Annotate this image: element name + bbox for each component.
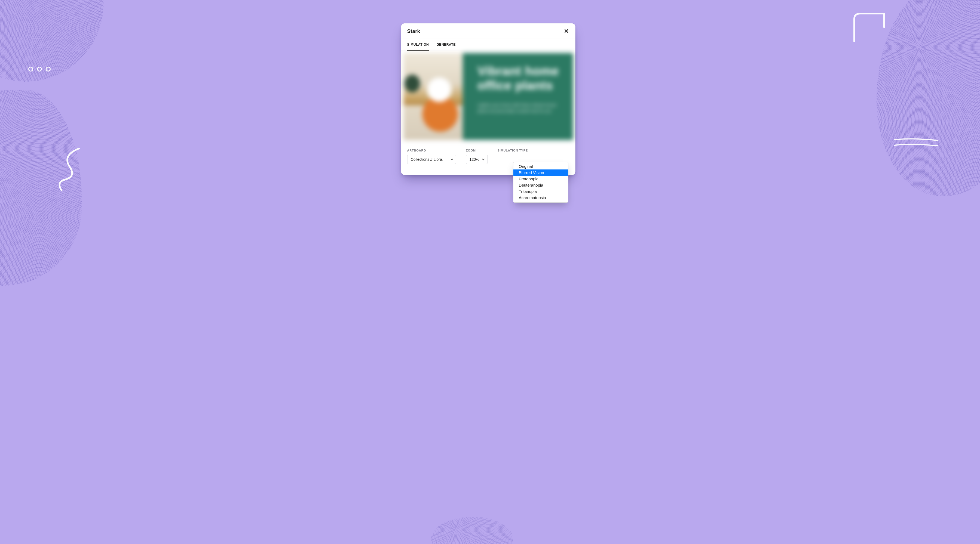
artboard-control: ARTBOARD Collections // Libra… xyxy=(407,149,456,164)
artboard-select[interactable]: Collections // Libra… xyxy=(407,155,456,164)
preview-headline: Vibrant home office plants xyxy=(477,64,562,93)
simulation-type-dropdown: Original Blurred Vision Protonopia Deute… xyxy=(513,162,568,203)
zoom-value: 120% xyxy=(469,157,479,162)
panel-title: Stark xyxy=(407,28,420,34)
scribble-lines-right xyxy=(893,136,939,150)
simulation-type-label: SIMULATION TYPE xyxy=(498,149,570,152)
dropdown-option-tritanopia[interactable]: Tritanopia xyxy=(514,188,568,195)
dropdown-option-deuteranopia[interactable]: Deuteranopia xyxy=(514,182,568,188)
dropdown-option-original[interactable]: Original xyxy=(514,163,568,170)
controls-row: ARTBOARD Collections // Libra… ZOOM 120%… xyxy=(401,142,576,175)
preview-area: Vibrant home office plants Lighten your … xyxy=(401,51,576,142)
zoom-select[interactable]: 120% xyxy=(466,155,488,164)
preview-subtext: Lighten your home with these vibrant hou… xyxy=(477,102,562,114)
zoom-control: ZOOM 120% xyxy=(466,149,488,164)
decorative-circles xyxy=(28,67,51,71)
artboard-label: ARTBOARD xyxy=(407,149,456,152)
chevron-down-icon xyxy=(482,157,485,162)
panel-header: Stark xyxy=(401,24,576,39)
tab-simulation[interactable]: SIMULATION xyxy=(407,39,429,51)
preview-content-right: Vibrant home office plants Lighten your … xyxy=(463,53,573,140)
dropdown-option-protonopia[interactable]: Protonopia xyxy=(514,176,568,182)
zoom-label: ZOOM xyxy=(466,149,488,152)
tabs: SIMULATION GENERATE xyxy=(401,39,576,51)
preview-canvas: Vibrant home office plants Lighten your … xyxy=(403,53,573,140)
bg-blob-right xyxy=(877,0,980,196)
bg-blob-top-left xyxy=(0,0,103,82)
scribble-top-right xyxy=(852,11,890,43)
bg-blob-bottom xyxy=(431,517,513,544)
close-button[interactable] xyxy=(563,28,570,35)
simulation-type-control: SIMULATION TYPE Original Blurred Vision … xyxy=(498,149,570,164)
scribble-squiggle-left xyxy=(54,147,84,193)
tab-generate[interactable]: GENERATE xyxy=(436,39,456,51)
close-icon xyxy=(564,29,569,34)
preview-image-left xyxy=(403,53,463,140)
dropdown-option-achromatopsia[interactable]: Achromatopsia xyxy=(514,195,568,201)
dropdown-option-blurred-vision[interactable]: Blurred Vision xyxy=(514,170,568,176)
artboard-value: Collections // Libra… xyxy=(411,157,446,162)
chevron-down-icon xyxy=(450,157,453,162)
stark-panel: Stark SIMULATION GENERATE Vibrant home o… xyxy=(401,24,576,175)
